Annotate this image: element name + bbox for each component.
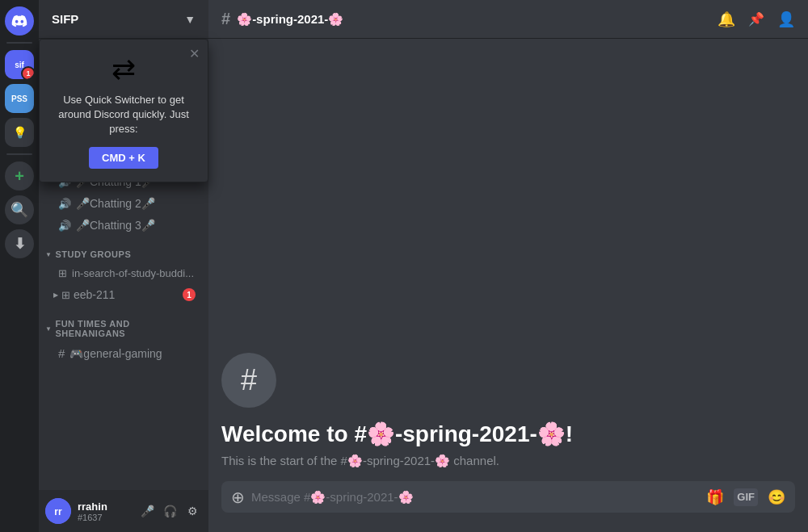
user-discriminator: #1637 bbox=[78, 513, 131, 522]
headset-button[interactable]: 🎧 bbox=[160, 501, 179, 521]
sifp-notification-badge: 1 bbox=[24, 69, 34, 79]
microphone-button[interactable]: 🎤 bbox=[137, 501, 157, 521]
welcome-description: This is the start of the #🌸-spring-2021-… bbox=[221, 454, 795, 468]
channel-item-chatting3[interactable]: 🔊 🎤Chatting 3🎤 bbox=[45, 215, 202, 236]
hash-icon-8: # bbox=[58, 346, 65, 360]
channel-header-name: 🌸-spring-2021-🌸 bbox=[237, 12, 343, 27]
message-input-container: ⊕ 🎁 GIF 😊 bbox=[221, 481, 795, 513]
header-actions: 🔔 📌 👤 bbox=[718, 10, 795, 28]
category-fun-times-label: FUN TIMES AND SHENANIGANS bbox=[55, 319, 202, 338]
download-server-icon[interactable]: ⬇ bbox=[5, 229, 34, 258]
message-input-actions: 🎁 GIF 😊 bbox=[706, 488, 785, 506]
channel-item-general-gaming[interactable]: # 🎮general-gaming bbox=[45, 342, 202, 364]
popup-text: Use Quick Switcher to get around Discord… bbox=[53, 93, 195, 137]
channel-sidebar: SIFP ▼ ✕ ⇄ Use Quick Switcher to get aro… bbox=[39, 0, 208, 532]
notification-bell-button[interactable]: 🔔 bbox=[718, 10, 735, 28]
light-server-icon[interactable]: 💡 bbox=[5, 118, 34, 147]
server-sidebar: sif 1 PSS 💡 + 🔍 ⬇ bbox=[0, 0, 39, 532]
server-divider-2 bbox=[6, 153, 32, 155]
emoji-button[interactable]: 😊 bbox=[768, 488, 785, 506]
gift-button[interactable]: 🎁 bbox=[706, 488, 724, 506]
category-fun-times[interactable]: ▼ FUN TIMES AND SHENANIGANS bbox=[39, 306, 208, 341]
category-study-groups-label: STUDY GROUPS bbox=[55, 249, 131, 259]
hash-icon-6: ⊞ bbox=[58, 267, 67, 279]
server-name: SIFP bbox=[52, 12, 78, 26]
server-dropdown-icon: ▼ bbox=[184, 13, 196, 26]
category-study-groups[interactable]: ▼ STUDY GROUPS bbox=[39, 237, 208, 262]
server-divider bbox=[6, 42, 32, 44]
messages-area: # Welcome to #🌸-spring-2021-🌸! This is t… bbox=[208, 39, 808, 481]
channel-header-hash: # bbox=[221, 10, 230, 28]
user-info: rrahin #1637 bbox=[78, 501, 131, 522]
channel-item-chatting2[interactable]: 🔊 🎤Chatting 2🎤 bbox=[45, 193, 202, 214]
eeb-notification-badge: 1 bbox=[183, 288, 196, 301]
welcome-hash-icon: # bbox=[221, 353, 276, 408]
channel-name-study-buddies: in-search-of-study-buddi... bbox=[72, 267, 194, 279]
category-collapse-icon-2: ▼ bbox=[45, 325, 52, 333]
channel-name-chatting2: 🎤Chatting 2🎤 bbox=[76, 197, 155, 210]
message-input-field[interactable] bbox=[251, 481, 700, 513]
server-header[interactable]: SIFP ▼ bbox=[39, 0, 208, 39]
popup-close-button[interactable]: ✕ bbox=[189, 46, 200, 61]
voice-icon-2: 🔊 bbox=[58, 198, 71, 210]
member-list-button[interactable]: 👤 bbox=[777, 10, 795, 28]
message-input-area: ⊕ 🎁 GIF 😊 bbox=[208, 481, 808, 532]
hash-icon-7: ⊞ bbox=[61, 289, 70, 301]
channel-header: # 🌸-spring-2021-🌸 🔔 📌 👤 bbox=[208, 0, 808, 39]
user-name: rrahin bbox=[78, 501, 131, 513]
main-content: # 🌸-spring-2021-🌸 🔔 📌 👤 # Welcome to #🌸-… bbox=[208, 0, 808, 532]
explore-server-icon[interactable]: 🔍 bbox=[5, 195, 34, 224]
voice-icon-3: 🔊 bbox=[58, 220, 71, 232]
svg-text:rr: rr bbox=[54, 506, 62, 517]
popup-arrows-icon: ⇄ bbox=[53, 52, 195, 86]
settings-button[interactable]: ⚙ bbox=[183, 501, 202, 521]
category-collapse-icon: ▼ bbox=[45, 251, 52, 258]
channel-item-study-buddies[interactable]: ⊞ in-search-of-study-buddi... bbox=[45, 263, 202, 283]
quick-switcher-popup: ✕ ⇄ Use Quick Switcher to get around Dis… bbox=[39, 39, 208, 182]
add-server-icon[interactable]: + bbox=[5, 161, 34, 191]
pss-server-icon[interactable]: PSS bbox=[5, 84, 34, 113]
user-area: rr rrahin #1637 🎤 🎧 ⚙ bbox=[39, 490, 208, 532]
channel-name-chatting3: 🎤Chatting 3🎤 bbox=[76, 219, 155, 232]
channel-name-eeb-211: eeb-211 bbox=[74, 288, 115, 301]
welcome-title: Welcome to #🌸-spring-2021-🌸! bbox=[221, 421, 795, 447]
channel-welcome: # Welcome to #🌸-spring-2021-🌸! This is t… bbox=[221, 353, 795, 468]
user-controls: 🎤 🎧 ⚙ bbox=[137, 501, 202, 521]
sifp-server-icon[interactable]: sif 1 bbox=[5, 50, 34, 79]
channel-item-eeb-211[interactable]: ▶ ⊞ eeb-211 1 bbox=[45, 284, 202, 305]
channel-name-general-gaming: 🎮general-gaming bbox=[69, 347, 162, 360]
collapse-arrow-icon: ▶ bbox=[53, 291, 58, 299]
user-avatar: rr bbox=[45, 498, 71, 524]
pin-button[interactable]: 📌 bbox=[748, 11, 764, 27]
add-attachment-button[interactable]: ⊕ bbox=[231, 488, 245, 507]
popup-shortcut: CMD + K bbox=[89, 147, 158, 169]
gif-button[interactable]: GIF bbox=[734, 488, 758, 506]
home-server-icon[interactable] bbox=[5, 6, 34, 36]
